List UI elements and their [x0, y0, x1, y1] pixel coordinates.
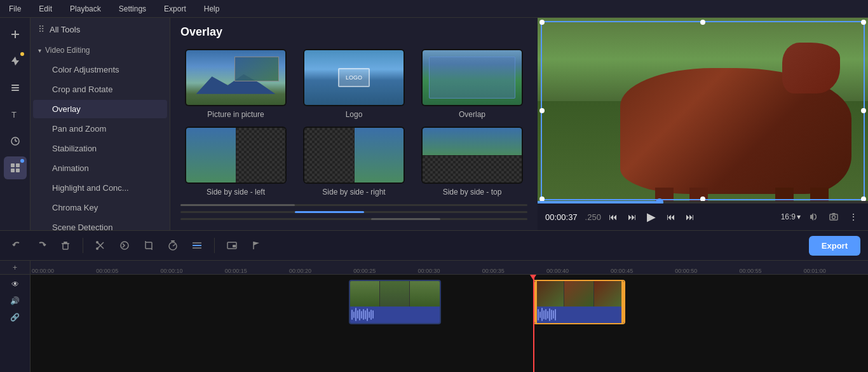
- add-tool-icon[interactable]: [4, 23, 27, 46]
- grid-dots-icon: ⠿: [38, 24, 44, 34]
- more-options-btn[interactable]: ⋮: [846, 209, 860, 224]
- svg-rect-3: [11, 87, 19, 88]
- overlay-label-logo: Logo: [346, 110, 363, 119]
- preview-panel: 00:00:37 .250 ⏮ ⏭ ▶ ⏭ ⏮ 16:9 ▾ ⋮: [538, 18, 868, 230]
- playhead[interactable]: [533, 275, 534, 372]
- effects-icon[interactable]: [4, 156, 27, 179]
- skip-back-btn[interactable]: ⏮: [606, 209, 620, 224]
- menu-bar: File Edit Playback Settings Export Help: [0, 0, 868, 18]
- svg-rect-10: [16, 163, 20, 167]
- ruler-30: 00:00:30: [417, 268, 482, 274]
- ruler-50: 00:00:50: [675, 268, 739, 274]
- split-btn[interactable]: [115, 236, 134, 255]
- video-track: [31, 280, 868, 324]
- add-track-btn[interactable]: +: [10, 261, 20, 275]
- svg-rect-9: [11, 163, 15, 167]
- toolbar-divider-2: [214, 238, 215, 253]
- skip-forward-btn[interactable]: ⏮: [682, 209, 696, 224]
- svg-line-25: [173, 244, 175, 246]
- overlay-item-logo[interactable]: LOGO Logo: [299, 49, 409, 119]
- tool-scene-detection[interactable]: Scene Detection: [33, 218, 167, 230]
- text-icon[interactable]: T: [4, 103, 27, 126]
- overlay-item-sbs-right[interactable]: Side by side - right: [299, 127, 409, 196]
- tool-crop-rotate[interactable]: Crop and Rotate: [33, 80, 167, 99]
- menu-help[interactable]: Help: [200, 3, 224, 15]
- cut-btn[interactable]: [91, 236, 110, 255]
- svg-text:T: T: [11, 110, 17, 120]
- overlay-grid: Picture in picture LOGO Logo: [170, 44, 538, 230]
- menu-playback[interactable]: Playback: [66, 3, 105, 15]
- redo-btn[interactable]: [32, 236, 51, 255]
- volume-btn[interactable]: [806, 209, 821, 224]
- svg-rect-12: [16, 169, 20, 172]
- tool-chroma-key[interactable]: Chroma Key: [33, 198, 167, 217]
- step-forward-btn[interactable]: ⏭: [663, 209, 677, 224]
- menu-export[interactable]: Export: [160, 3, 190, 15]
- menu-edit[interactable]: Edit: [35, 3, 56, 15]
- tool-stabilization[interactable]: Stabilization: [33, 139, 167, 158]
- screenshot-btn[interactable]: [826, 209, 841, 224]
- svg-rect-21: [146, 242, 152, 249]
- video-clip-1[interactable]: [349, 280, 441, 324]
- video-editing-section[interactable]: ▾ Video Editing: [31, 41, 170, 60]
- video-editing-label: Video Editing: [45, 46, 90, 55]
- toolbar-divider-1: [83, 238, 83, 253]
- export-button[interactable]: Export: [809, 236, 860, 256]
- track-audio-btn[interactable]: 🔊: [1, 294, 29, 308]
- undo-btn[interactable]: [8, 236, 27, 255]
- pin-icon[interactable]: [4, 50, 27, 72]
- tool-highlight-conc[interactable]: Highlight and Conc...: [33, 179, 167, 197]
- clock-icon[interactable]: [4, 130, 27, 153]
- ruler-60: 00:01:00: [804, 268, 868, 274]
- main-area: T ⠿ All Tools ▾ Video Editing Color Adju…: [0, 18, 868, 230]
- aspect-ratio-chevron: ▾: [797, 212, 801, 221]
- tools-panel: ⠿ All Tools ▾ Video Editing Color Adjust…: [31, 18, 170, 230]
- tool-color-adjustments[interactable]: Color Adjustments: [33, 60, 167, 79]
- speed-btn[interactable]: [163, 236, 182, 255]
- align-btn[interactable]: [187, 236, 207, 255]
- preview-time: 00:00:37: [545, 212, 578, 222]
- crop-btn[interactable]: [139, 236, 158, 255]
- bottom-area: Export + 00:00:00 00:00:05 00:00:10: [0, 230, 868, 372]
- overlay-item-overlap[interactable]: Overlap: [417, 49, 527, 119]
- timeline-ruler: 00:00:00 00:00:05 00:00:10 00:00:15 00:0…: [31, 261, 868, 274]
- menu-settings[interactable]: Settings: [115, 3, 150, 15]
- svg-point-19: [96, 247, 98, 250]
- overlay-thumb-logo: LOGO: [303, 49, 405, 106]
- overlay-item-pip[interactable]: Picture in picture: [180, 49, 291, 119]
- tool-pan-zoom[interactable]: Pan and Zoom: [33, 120, 167, 138]
- track-controls: 👁 🔊 🔗: [0, 275, 31, 372]
- overlay-thumb-sbs-top: [421, 127, 523, 184]
- preview-controls: 00:00:37 .250 ⏮ ⏭ ▶ ⏭ ⏮ 16:9 ▾ ⋮: [538, 203, 868, 230]
- overlay-label-sbs-left: Side by side - left: [207, 188, 265, 196]
- preview-ms: .250: [585, 212, 601, 222]
- video-clip-2[interactable]: [533, 280, 625, 324]
- delete-btn[interactable]: [56, 236, 75, 255]
- play-btn[interactable]: ▶: [644, 207, 658, 226]
- ruler-35: 00:00:35: [482, 268, 546, 274]
- overlay-item-sbs-left[interactable]: Side by side - left: [180, 127, 291, 196]
- editor-toolbar: Export: [0, 230, 868, 261]
- menu-file[interactable]: File: [5, 3, 25, 15]
- flag-btn[interactable]: [247, 236, 266, 255]
- tool-overlay[interactable]: Overlay: [33, 100, 167, 118]
- ruler-25: 00:00:25: [353, 268, 417, 274]
- aspect-ratio-selector[interactable]: 16:9 ▾: [781, 212, 801, 221]
- svg-rect-4: [11, 90, 19, 91]
- ruler-15: 00:00:15: [225, 268, 289, 274]
- all-tools-header[interactable]: ⠿ All Tools: [31, 18, 170, 41]
- overlay-thumb-sbs-left: [185, 127, 287, 184]
- overlay-thumb-overlap: [421, 49, 523, 106]
- layers-icon[interactable]: [4, 76, 27, 99]
- pip-toolbar-btn[interactable]: [222, 236, 241, 255]
- overlay-item-sbs-top[interactable]: Side by side - top: [417, 127, 527, 196]
- overlay-thumb-sbs-right: [303, 127, 405, 184]
- overlay-label-sbs-top: Side by side - top: [443, 188, 502, 196]
- svg-rect-11: [11, 169, 15, 172]
- track-eye-btn[interactable]: 👁: [1, 277, 29, 291]
- tool-animation[interactable]: Animation: [33, 159, 167, 177]
- track-link-btn[interactable]: 🔗: [1, 310, 29, 324]
- aspect-ratio-label: 16:9: [781, 212, 796, 221]
- step-back-btn[interactable]: ⏭: [625, 209, 639, 224]
- ruler-0: 00:00:00: [32, 268, 96, 274]
